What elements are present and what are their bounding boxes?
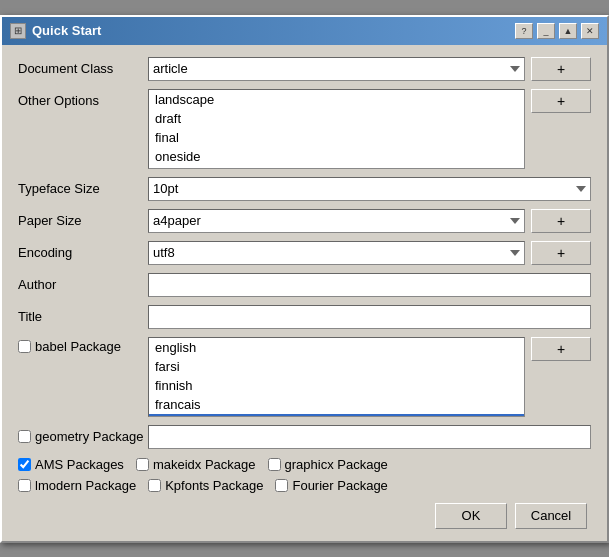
babel-listbox[interactable]: english farsi finnish francais french — [148, 337, 525, 417]
lmodern-label: lmodern Package — [35, 478, 136, 493]
geometry-label-area: geometry Package — [18, 429, 148, 444]
graphicx-label: graphicx Package — [285, 457, 388, 472]
titlebar-left: ⊞ Quick Start — [10, 23, 101, 39]
encoding-label: Encoding — [18, 245, 148, 260]
babel-listbox-container: english farsi finnish francais french — [148, 337, 525, 417]
other-options-listbox-container: landscape draft final oneside twoside — [148, 89, 525, 169]
title-label: Title — [18, 309, 148, 324]
kpfonts-checkbox[interactable] — [148, 479, 161, 492]
graphicx-checkbox[interactable] — [268, 458, 281, 471]
list-item[interactable]: draft — [149, 109, 524, 128]
kpfonts-pkg-item: Kpfonts Package — [148, 478, 263, 493]
app-icon: ⊞ — [10, 23, 26, 39]
other-options-row: Other Options landscape draft final ones… — [18, 89, 591, 169]
titlebar: ⊞ Quick Start ? _ ▲ ✕ — [2, 17, 607, 45]
document-class-select[interactable]: article book report letter beamer — [148, 57, 525, 81]
other-options-plus-button[interactable]: + — [531, 89, 591, 113]
ams-packages-row: AMS Packages makeidx Package graphicx Pa… — [18, 457, 591, 472]
encoding-select[interactable]: utf8 latin1 utf16 — [148, 241, 525, 265]
author-row: Author — [18, 273, 591, 297]
dialog-content: Document Class article book report lette… — [2, 45, 607, 541]
list-item[interactable]: oneside — [149, 147, 524, 166]
ams-checkbox[interactable] — [18, 458, 31, 471]
document-class-controls: article book report letter beamer + — [148, 57, 591, 81]
quick-start-dialog: ⊞ Quick Start ? _ ▲ ✕ Document Class art… — [0, 15, 609, 543]
typeface-size-select[interactable]: 10pt 11pt 12pt — [148, 177, 591, 201]
babel-package-label: babel Package — [35, 339, 121, 354]
author-label: Author — [18, 277, 148, 292]
fourier-pkg-item: Fourier Package — [275, 478, 387, 493]
other-options-controls: landscape draft final oneside twoside + — [148, 89, 591, 169]
document-class-label: Document Class — [18, 61, 148, 76]
ams-packages-label: AMS Packages — [35, 457, 124, 472]
other-options-listbox[interactable]: landscape draft final oneside twoside — [148, 89, 525, 169]
list-item[interactable]: farsi — [149, 357, 524, 376]
babel-label-area: babel Package — [18, 337, 148, 354]
list-item[interactable]: twoside — [149, 166, 524, 169]
graphicx-pkg-item: graphicx Package — [268, 457, 388, 472]
list-item[interactable]: finnish — [149, 376, 524, 395]
encoding-controls: utf8 latin1 utf16 + — [148, 241, 591, 265]
list-item[interactable]: final — [149, 128, 524, 147]
lmodern-checkbox[interactable] — [18, 479, 31, 492]
encoding-plus-button[interactable]: + — [531, 241, 591, 265]
babel-checkbox[interactable] — [18, 340, 31, 353]
geometry-checkbox[interactable] — [18, 430, 31, 443]
typeface-size-controls: 10pt 11pt 12pt — [148, 177, 591, 201]
list-item[interactable]: francais — [149, 395, 524, 414]
geometry-input[interactable]: t=2cm,right=2cm,top=2cm,bottom=2cm — [148, 425, 591, 449]
fourier-checkbox[interactable] — [275, 479, 288, 492]
makeidx-pkg-item: makeidx Package — [136, 457, 256, 472]
title-controls — [148, 305, 591, 329]
ok-button[interactable]: OK — [435, 503, 507, 529]
babel-controls: english farsi finnish francais french + — [148, 337, 591, 417]
babel-package-row: babel Package english farsi finnish fran… — [18, 337, 591, 417]
title-input[interactable] — [148, 305, 591, 329]
geometry-controls: t=2cm,right=2cm,top=2cm,bottom=2cm — [148, 425, 591, 449]
other-options-label: Other Options — [18, 89, 148, 108]
paper-size-select[interactable]: a4paper letterpaper a5paper — [148, 209, 525, 233]
list-item[interactable]: english — [149, 338, 524, 357]
maximize-button[interactable]: ▲ — [559, 23, 577, 39]
list-item[interactable]: landscape — [149, 90, 524, 109]
document-class-plus-button[interactable]: + — [531, 57, 591, 81]
kpfonts-label: Kpfonts Package — [165, 478, 263, 493]
author-input[interactable] — [148, 273, 591, 297]
lmodern-pkg-item: lmodern Package — [18, 478, 136, 493]
ams-pkg-item: AMS Packages — [18, 457, 124, 472]
paper-size-controls: a4paper letterpaper a5paper + — [148, 209, 591, 233]
minimize-button[interactable]: _ — [537, 23, 555, 39]
makeidx-label: makeidx Package — [153, 457, 256, 472]
lmodern-packages-row: lmodern Package Kpfonts Package Fourier … — [18, 478, 591, 493]
list-item-selected[interactable]: french — [149, 414, 524, 417]
geometry-package-row: geometry Package t=2cm,right=2cm,top=2cm… — [18, 425, 591, 449]
dialog-title: Quick Start — [32, 23, 101, 38]
close-button[interactable]: ✕ — [581, 23, 599, 39]
makeidx-checkbox[interactable] — [136, 458, 149, 471]
encoding-row: Encoding utf8 latin1 utf16 + — [18, 241, 591, 265]
paper-size-label: Paper Size — [18, 213, 148, 228]
titlebar-buttons: ? _ ▲ ✕ — [515, 23, 599, 39]
paper-size-plus-button[interactable]: + — [531, 209, 591, 233]
author-controls — [148, 273, 591, 297]
document-class-row: Document Class article book report lette… — [18, 57, 591, 81]
fourier-label: Fourier Package — [292, 478, 387, 493]
geometry-package-label: geometry Package — [35, 429, 143, 444]
button-row: OK Cancel — [18, 503, 591, 529]
typeface-size-row: Typeface Size 10pt 11pt 12pt — [18, 177, 591, 201]
paper-size-row: Paper Size a4paper letterpaper a5paper + — [18, 209, 591, 233]
cancel-button[interactable]: Cancel — [515, 503, 587, 529]
babel-plus-button[interactable]: + — [531, 337, 591, 361]
typeface-size-label: Typeface Size — [18, 181, 148, 196]
title-row: Title — [18, 305, 591, 329]
help-button[interactable]: ? — [515, 23, 533, 39]
